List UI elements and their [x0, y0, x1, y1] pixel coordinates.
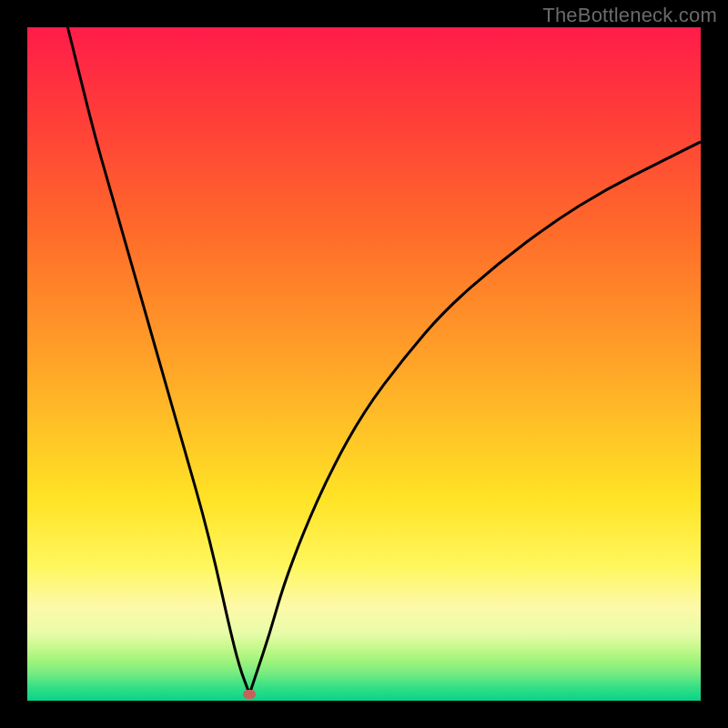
optimum-marker: [243, 690, 256, 699]
bottleneck-curve: [27, 27, 701, 701]
plot-area: [27, 27, 701, 701]
watermark-text: TheBottleneck.com: [542, 4, 717, 27]
curve-right-branch: [249, 142, 701, 694]
chart-frame: TheBottleneck.com: [0, 0, 728, 728]
curve-left-branch: [67, 27, 249, 694]
